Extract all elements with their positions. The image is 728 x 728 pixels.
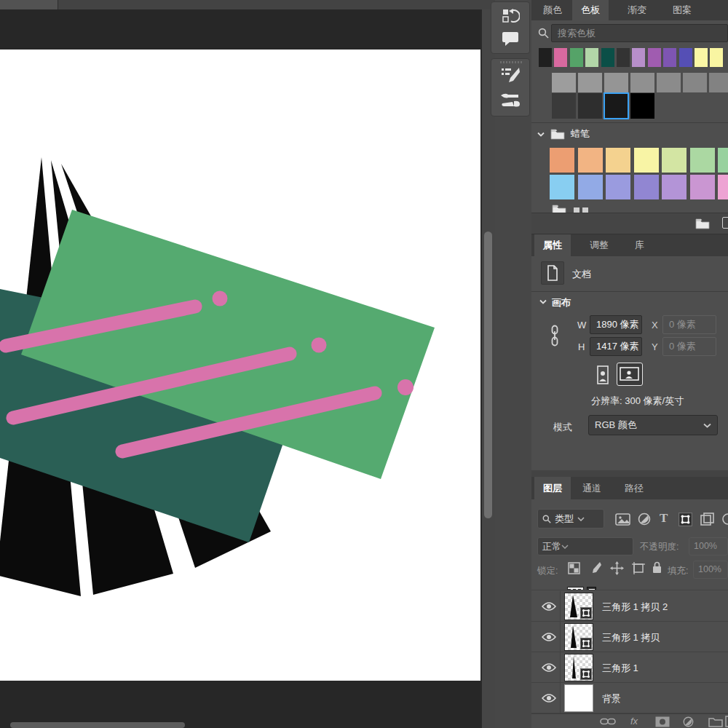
tab-channels[interactable]: 通道 [574,477,610,499]
panel-grip[interactable] [500,61,522,63]
layer-row[interactable]: 三角形 1 [531,652,728,683]
new-swatch-icon[interactable] [722,217,728,229]
swatch[interactable] [663,48,676,67]
swatch[interactable] [690,148,715,173]
layer-thumbnail[interactable] [564,684,593,712]
swatch[interactable] [604,73,628,92]
swatch[interactable] [718,148,728,173]
swatch[interactable] [630,93,654,119]
swatch[interactable] [606,148,630,173]
blend-mode-dropdown[interactable]: 正常 [537,537,633,555]
add-layer-mask-icon[interactable] [655,716,670,727]
swatch[interactable] [634,175,659,199]
filter-pixel-layers-icon[interactable] [615,513,630,526]
swatch[interactable] [662,148,687,173]
tab-libraries[interactable]: 库 [626,234,653,256]
mode-dropdown[interactable]: RGB 颜色 [588,415,718,435]
swatch[interactable] [578,148,603,173]
swatch[interactable] [585,48,598,67]
y-input[interactable]: 0 像素 [662,337,716,356]
layer-name[interactable]: 三角形 1 拷贝 [602,631,660,644]
brushes-icon[interactable] [499,91,521,110]
swatch[interactable] [695,48,708,67]
height-input[interactable]: 1417 像素 [590,337,642,356]
x-input[interactable]: 0 像素 [662,315,716,334]
visibility-eye-icon[interactable] [542,662,556,673]
lock-paint-icon[interactable] [589,561,602,574]
swatch[interactable] [648,48,661,67]
layer-row[interactable]: 三角形 1 拷贝 2 [531,591,728,622]
lock-position-icon[interactable] [610,561,624,575]
link-layers-icon[interactable] [600,717,616,726]
swatch[interactable] [550,175,574,199]
document-tab[interactable] [0,0,58,9]
canvas-document[interactable] [0,50,480,681]
swatch[interactable] [657,73,681,92]
filter-smart-objects-icon[interactable] [700,513,714,526]
layer-thumbnail[interactable] [564,593,593,620]
tab-color[interactable]: 颜色 [534,0,571,20]
brush-settings-icon[interactable] [500,66,521,85]
layer-styles-fx-icon[interactable]: fx [630,716,638,727]
swatch[interactable] [634,148,659,173]
layer-name[interactable]: 三角形 1 [602,662,638,675]
filter-more-icon[interactable] [722,513,728,525]
swatch[interactable] [683,73,707,92]
new-layer-icon[interactable] [725,716,728,727]
tab-gradients[interactable]: 渐变 [619,0,655,20]
filter-type-layers-icon[interactable]: T [660,511,668,526]
swatch[interactable] [679,48,692,67]
swatch[interactable] [617,48,630,67]
portrait-orientation-button[interactable] [593,364,612,386]
swatch[interactable] [539,48,552,67]
swatch[interactable] [552,73,576,92]
layer-name[interactable]: 三角形 1 拷贝 2 [602,601,668,614]
swatch[interactable] [578,175,603,199]
tab-properties[interactable]: 属性 [534,234,571,256]
comment-icon[interactable] [501,30,520,47]
swatch[interactable] [718,175,728,199]
vertical-scrollbar[interactable] [484,232,492,518]
swatch[interactable] [709,73,728,92]
layer-thumbnail[interactable] [564,654,593,681]
chevron-down-icon[interactable] [539,299,547,304]
history-icon[interactable] [501,8,520,25]
swatch[interactable] [630,73,654,92]
opacity-input[interactable]: 100% [689,537,728,555]
layer-row-background[interactable]: 背景 [531,683,728,713]
horizontal-scrollbar[interactable] [10,722,185,728]
canvas-pasteboard[interactable] [0,9,480,728]
layer-row[interactable]: 三角形 1 拷贝 [531,622,728,652]
layer-thumbnail[interactable] [564,623,593,651]
filter-shape-layers-icon[interactable] [678,513,692,526]
search-swatches-input[interactable]: 搜索色板 [551,24,728,42]
swatch[interactable] [632,48,645,67]
new-group-icon[interactable] [695,218,710,229]
swatch[interactable] [710,48,723,67]
swatch[interactable] [690,175,715,199]
tab-paths[interactable]: 路径 [616,477,652,499]
new-adjustment-layer-icon[interactable] [683,716,694,727]
tab-swatches[interactable]: 色板 [572,0,609,20]
lock-transparency-icon[interactable] [568,562,580,574]
layer-row-clipped[interactable] [531,580,728,590]
filter-kind-dropdown[interactable]: 类型 [537,509,604,529]
swatch[interactable] [552,93,576,119]
filter-adjustment-layers-icon[interactable] [638,513,651,526]
landscape-orientation-button[interactable] [617,363,643,386]
lock-all-icon[interactable] [652,561,662,574]
swatch[interactable] [662,175,687,199]
layer-name[interactable]: 背景 [602,692,621,705]
tab-patterns[interactable]: 图案 [664,0,700,20]
new-group-icon[interactable] [708,716,723,727]
swatch[interactable] [554,48,567,67]
swatch-group-crayon[interactable]: 蜡笔 [537,125,590,143]
swatch[interactable] [578,73,602,92]
tab-layers[interactable]: 图层 [534,477,571,499]
visibility-eye-icon[interactable] [542,601,556,612]
fill-input[interactable]: 100% [693,561,728,579]
swatch[interactable] [604,93,628,119]
visibility-eye-icon[interactable] [542,693,556,703]
width-input[interactable]: 1890 像素 [590,315,642,334]
visibility-eye-icon[interactable] [542,632,556,642]
